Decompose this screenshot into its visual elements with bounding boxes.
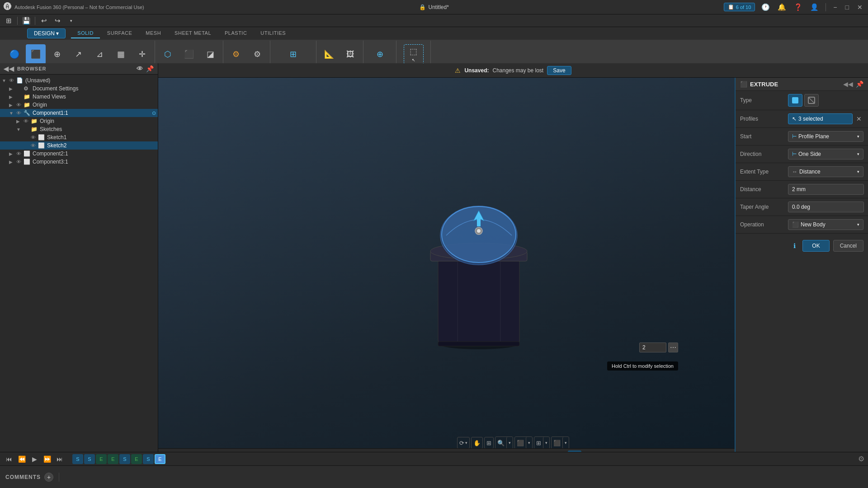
tree-item-component1[interactable]: ▼ 👁 🔧 Component1:1 ⊙ (0, 109, 158, 117)
tree-item-sketch1[interactable]: ▶ 👁 ⬜ Sketch1 (0, 133, 158, 141)
eye-c1[interactable]: 👁 (16, 110, 24, 116)
display-btn[interactable]: ⬛ (515, 437, 526, 449)
tab-surface[interactable]: SURFACE (101, 28, 138, 38)
bell-btn[interactable]: 🔔 (776, 1, 788, 13)
start-dropdown[interactable]: ⊢ Profile Plane ▾ (788, 131, 863, 142)
tree-item-sketches[interactable]: ▼ 👁 📁 Sketches (0, 125, 158, 133)
timeline-settings-btn[interactable]: ⚙ (858, 455, 864, 463)
press-pull-btn[interactable]: ⬡ (158, 44, 178, 64)
minimize-btn[interactable]: − (831, 4, 839, 11)
ok-button[interactable]: OK (802, 240, 829, 252)
help-btn[interactable]: ❓ (792, 1, 804, 13)
tl-play-btn[interactable]: ▶ (29, 454, 40, 465)
tab-utilities[interactable]: UTILITIES (254, 28, 292, 38)
tree-item-origin-root[interactable]: ▶ 👁 📁 Origin (0, 101, 158, 109)
render-btn[interactable]: ⬛ (552, 437, 562, 449)
eye-root[interactable]: 👁 (9, 78, 16, 83)
grid-menu-btn[interactable]: ⊞ (3, 15, 14, 27)
operation-dropdown[interactable]: ⬛ New Body ▾ (788, 219, 863, 230)
eye-sk1[interactable]: 👁 (31, 135, 38, 140)
eye-o2[interactable]: 👁 (24, 118, 31, 124)
profiles-clear-btn[interactable]: ✕ (854, 114, 863, 123)
grid-dropdown-arrow[interactable]: ▾ (543, 437, 549, 449)
revolve-btn[interactable]: ⊕ (47, 44, 67, 64)
pan-btn[interactable]: ✋ (471, 437, 483, 449)
tree-item-doc-settings[interactable]: ▶ 👁 ⚙ Document Settings (0, 84, 158, 93)
panel-expand-btn[interactable]: ◀◀ (843, 80, 853, 88)
inspect2-btn[interactable]: 🖼 (340, 44, 360, 64)
distance-more-btn[interactable]: ⋯ (668, 343, 678, 352)
direction-dropdown[interactable]: ⊢ One Side ▾ (788, 149, 863, 160)
orbit-btn[interactable]: ⟳ ▾ (457, 437, 470, 449)
tree-item-named-views[interactable]: ▶ 👁 📁 Named Views (0, 93, 158, 101)
tab-sheet-metal[interactable]: SHEET METAL (168, 28, 217, 38)
grid-btn[interactable]: ⊞ (534, 437, 543, 449)
more-create-btn[interactable]: ✛ (132, 44, 152, 64)
info-btn[interactable]: ℹ (790, 241, 799, 250)
distance-overlay-input[interactable] (639, 343, 666, 352)
tree-item-origin2[interactable]: ▶ 👁 📁 Origin (0, 117, 158, 125)
tl-item-2[interactable]: S (84, 454, 95, 464)
assemble1-btn[interactable]: ⚙ (226, 44, 246, 64)
taper-input[interactable] (788, 202, 864, 212)
tl-item-6[interactable]: E (131, 454, 142, 464)
tl-begin-btn[interactable]: ⏮ (4, 454, 14, 465)
distance-input[interactable] (788, 184, 864, 195)
display-dropdown-arrow[interactable]: ▾ (526, 437, 532, 449)
redo-dropdown[interactable]: ▾ (65, 15, 77, 27)
zoom-btn[interactable]: 🔍 (495, 437, 506, 449)
profiles-selected-btn[interactable]: ↖ 3 selected (788, 113, 853, 124)
chamfer-btn[interactable]: ◪ (200, 44, 220, 64)
tl-back-btn[interactable]: ⏪ (16, 454, 27, 465)
inspect1-btn[interactable]: 📐 (319, 44, 339, 64)
insert1-btn[interactable]: ⊕ (370, 44, 390, 64)
tab-mesh[interactable]: MESH (139, 28, 167, 38)
browser-eye-btn[interactable]: 👁 (137, 65, 143, 72)
eye-sk2[interactable]: 👁 (31, 143, 38, 148)
add-comment-btn[interactable]: + (44, 473, 53, 482)
tl-item-1[interactable]: S (72, 454, 83, 464)
redo-btn[interactable]: ↪ (52, 15, 63, 27)
undo-btn[interactable]: ↩ (38, 15, 50, 27)
type-surface-btn[interactable] (804, 94, 819, 107)
orbit-dropdown-arrow[interactable]: ▾ (465, 441, 467, 445)
tab-plastic[interactable]: PLASTIC (218, 28, 253, 38)
cancel-button[interactable]: Cancel (833, 240, 863, 252)
rib-btn[interactable]: ▦ (111, 44, 131, 64)
tree-item-root[interactable]: ▼ 👁 📄 (Unsaved) (0, 76, 158, 84)
save-button[interactable]: Save (547, 66, 571, 75)
fillet-btn[interactable]: ⬛ (179, 44, 199, 64)
construct1-btn[interactable]: ⊞ (283, 44, 303, 64)
zoom-dropdown-arrow[interactable]: ▾ (506, 437, 513, 449)
eye-c2[interactable]: 👁 (16, 151, 24, 156)
tl-item-5[interactable]: S (119, 454, 130, 464)
close-btn[interactable]: ✕ (855, 4, 864, 11)
tab-solid[interactable]: SOLID (71, 28, 100, 38)
browser-collapse-btn[interactable]: ◀◀ (4, 65, 14, 72)
version-badge[interactable]: 📋 6 of 10 (724, 3, 755, 11)
design-button[interactable]: DESIGN ▾ (27, 28, 66, 38)
create-new-body-btn[interactable]: 🔵 (5, 44, 24, 64)
type-solid-btn[interactable] (788, 94, 802, 107)
browser-pin-btn[interactable]: 📌 (146, 65, 154, 72)
loft-btn[interactable]: ⊿ (90, 44, 109, 64)
tl-item-8[interactable]: E (155, 454, 165, 464)
extent-dropdown[interactable]: ↔ Distance ▾ (788, 166, 863, 177)
extrude-btn[interactable]: ⬛ (26, 44, 46, 64)
eye-or[interactable]: 👁 (16, 102, 24, 108)
sweep-btn[interactable]: ↗ (68, 44, 88, 64)
fit-btn[interactable]: ⊞ (484, 437, 494, 449)
tl-item-4[interactable]: E (108, 454, 118, 464)
assemble2-btn[interactable]: ⚙ (247, 44, 267, 64)
tree-item-component3[interactable]: ▶ 👁 ⬜ Component3:1 (0, 158, 158, 166)
tree-item-sketch2[interactable]: ▶ 👁 ⬜ Sketch2 (0, 141, 158, 150)
maximize-btn[interactable]: □ (844, 4, 851, 11)
render-dropdown-arrow[interactable]: ▾ (562, 437, 569, 449)
panel-pin-btn[interactable]: 📌 (856, 80, 863, 88)
tl-item-3[interactable]: E (96, 454, 107, 464)
tl-item-7[interactable]: S (143, 454, 154, 464)
clock-btn[interactable]: 🕐 (760, 1, 771, 13)
tree-item-component2[interactable]: ▶ 👁 ⬜ Component2:1 (0, 150, 158, 158)
select1-btn[interactable]: ⬚ ↖ (404, 44, 424, 64)
save-btn-quick[interactable]: 💾 (20, 15, 32, 27)
